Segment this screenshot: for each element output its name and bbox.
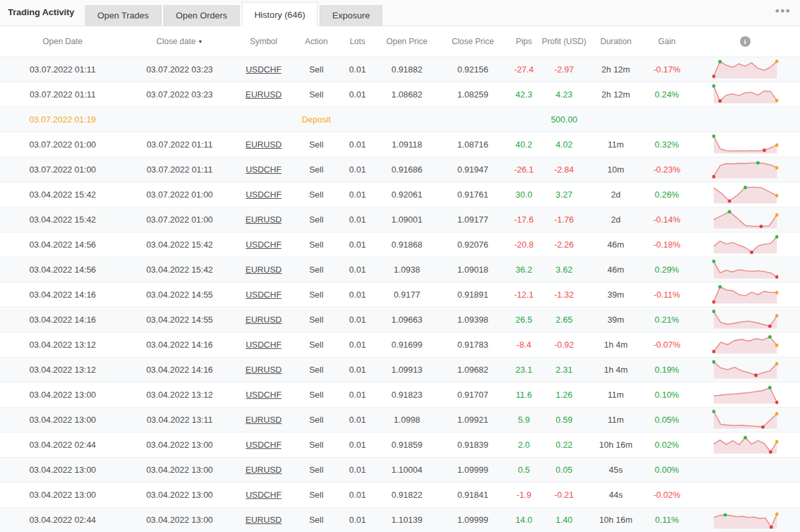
cell-action: Sell: [293, 232, 339, 257]
pips-value: 42.3: [515, 90, 532, 99]
cell-profit: -2.84: [540, 157, 588, 182]
sparkline-wrap: [712, 84, 778, 104]
action-value: Sell: [309, 190, 324, 200]
symbol-link[interactable]: USDCHF: [246, 190, 281, 200]
cell-gain: 0.32%: [644, 132, 690, 157]
tab-open-trades[interactable]: Open Trades: [85, 5, 161, 26]
sparkline-wrap: [712, 184, 778, 204]
symbol-link[interactable]: EURUSD: [246, 315, 282, 325]
symbol-link[interactable]: EURUSD: [246, 465, 282, 475]
table-row: 03.04.2022 13:0003.04.2022 13:00USDCHFSe…: [0, 482, 800, 507]
trade-sparkline: [712, 134, 778, 154]
cell-open_date: 03.04.2022 14:56: [0, 232, 125, 257]
tab-history[interactable]: History (646): [242, 2, 318, 26]
cell-symbol: USDCHF: [234, 182, 293, 207]
trade-sparkline: [712, 385, 778, 404]
open_price-value: 1.09913: [391, 365, 422, 375]
close_price-value: 0.91707: [457, 390, 488, 400]
more-options-icon[interactable]: [776, 9, 789, 13]
tab-open-orders[interactable]: Open Orders: [163, 5, 240, 26]
symbol-link[interactable]: USDCHF: [246, 440, 281, 450]
column-header-gain[interactable]: Gain: [644, 26, 690, 57]
info-icon[interactable]: i: [740, 36, 751, 47]
open_date-value: 03.04.2022 02:44: [29, 515, 96, 525]
column-header-close_price[interactable]: Close Price: [438, 26, 507, 57]
cell-close_price: 0.91839: [438, 432, 507, 457]
action-value: Sell: [309, 140, 324, 149]
cell-profit: 500.00: [540, 107, 588, 132]
column-header-profit[interactable]: Profit (USD): [540, 26, 588, 57]
symbol-link[interactable]: EURUSD: [246, 265, 282, 275]
symbol-link[interactable]: USDCHF: [246, 240, 281, 250]
symbol-link[interactable]: EURUSD: [246, 215, 282, 225]
symbol-link[interactable]: EURUSD: [246, 365, 282, 375]
cell-gain: -0.23%: [644, 157, 690, 182]
cell-open_price: 1.09001: [376, 207, 438, 232]
open_date-value: 03.04.2022 14:16: [29, 315, 96, 325]
cell-open_price: 1.0938: [376, 257, 438, 282]
pips-value: 26.5: [515, 315, 532, 325]
symbol-link[interactable]: EURUSD: [246, 90, 282, 99]
cell-close_date: 03.04.2022 15:42: [125, 257, 234, 282]
duration-value: 44s: [609, 490, 623, 500]
cell-chart: [690, 482, 800, 507]
cell-open_price: 0.91822: [376, 482, 438, 507]
column-header-open_date[interactable]: Open Date: [0, 26, 125, 57]
symbol-link[interactable]: USDCHF: [246, 165, 281, 174]
column-header-open_price[interactable]: Open Price: [376, 26, 438, 57]
close_price-value: 0.92156: [457, 65, 488, 74]
cell-open_date: 03.07.2022 01:11: [0, 82, 125, 107]
profit-value: 2.65: [556, 315, 572, 325]
pips-value: 23.1: [515, 365, 532, 375]
column-header-action[interactable]: Action: [293, 26, 339, 57]
cell-gain: 0.19%: [644, 357, 690, 382]
sparkline-wrap: [712, 234, 778, 254]
open_date-value: 03.04.2022 13:12: [29, 365, 96, 375]
open_price-value: 1.10004: [391, 465, 422, 475]
open_date-value: 03.04.2022 15:42: [29, 215, 96, 225]
profit-value: -1.76: [554, 215, 574, 225]
column-header-close_date[interactable]: Close date▼: [125, 26, 234, 57]
cell-close_price: 1.09999: [438, 507, 507, 532]
symbol-link[interactable]: USDCHF: [246, 65, 281, 74]
cell-close_price: 1.08716: [438, 132, 507, 157]
cell-close_date: 03.04.2022 13:00: [125, 457, 234, 482]
symbol-link[interactable]: USDCHF: [246, 390, 281, 400]
column-header-lots[interactable]: Lots: [339, 26, 376, 57]
duration-value: 10h 16m: [599, 440, 633, 450]
cell-open_price: [376, 107, 438, 132]
column-header-pips[interactable]: Pips: [507, 26, 540, 57]
gain-value: -0.18%: [653, 240, 680, 250]
cell-pips: 42.3: [507, 82, 540, 107]
tab-exposure[interactable]: Exposure: [320, 5, 382, 26]
gain-value: 0.29%: [655, 265, 679, 275]
cell-pips: 11.6: [507, 382, 540, 407]
symbol-link[interactable]: EURUSD: [246, 415, 282, 425]
cell-open_date: 03.04.2022 13:12: [0, 332, 125, 357]
symbol-link[interactable]: USDCHF: [246, 340, 281, 350]
column-header-symbol[interactable]: Symbol: [234, 26, 293, 57]
table-row: 03.07.2022 01:1103.07.2022 03:23USDCHFSe…: [0, 57, 800, 82]
symbol-link[interactable]: USDCHF: [246, 490, 281, 500]
symbol-link[interactable]: EURUSD: [246, 140, 282, 149]
close_price-value: 1.09398: [457, 315, 488, 325]
cell-symbol: USDCHF: [234, 232, 293, 257]
open_price-value: 0.91823: [391, 390, 422, 400]
column-header-duration[interactable]: Duration: [588, 26, 644, 57]
symbol-link[interactable]: USDCHF: [246, 290, 281, 300]
cell-close_price: 0.91783: [438, 332, 507, 357]
open_date-value: 03.07.2022 01:00: [29, 165, 96, 174]
lots-value: 0.01: [349, 140, 366, 149]
trade-sparkline: [712, 59, 778, 79]
lots-value: 0.01: [349, 265, 366, 275]
cell-action: Sell: [293, 332, 339, 357]
spark-marker-low: [728, 200, 731, 203]
close_price-value: 0.91841: [457, 490, 488, 500]
duration-value: 11m: [608, 390, 623, 400]
cell-chart: [690, 332, 800, 357]
cell-duration: 2h 12m: [588, 82, 644, 107]
cell-chart: [690, 107, 800, 132]
symbol-link[interactable]: EURUSD: [246, 515, 282, 525]
cell-close_price: 0.91707: [438, 382, 507, 407]
cell-pips: 23.1: [507, 357, 540, 382]
